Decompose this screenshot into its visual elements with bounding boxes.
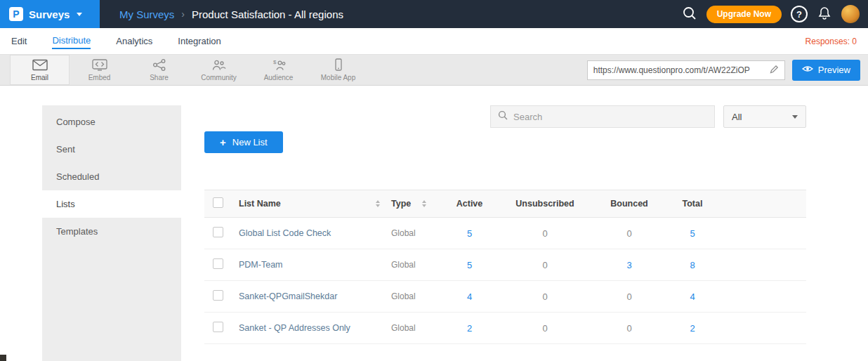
active-count[interactable]: 2	[447, 323, 492, 334]
app-window: P Surveys My Surveys › Product Satisfact…	[0, 0, 868, 361]
sidebar-item-lists[interactable]: Lists	[42, 190, 181, 218]
questionpro-logo-icon: P	[9, 7, 23, 21]
breadcrumb-separator: ›	[181, 8, 185, 20]
survey-nav-tabs: Edit Distribute Analytics Integration Re…	[0, 28, 868, 55]
list-search-box	[490, 105, 715, 128]
select-all-checkbox[interactable]	[213, 197, 223, 208]
bounced-count[interactable]: 3	[598, 260, 661, 270]
list-filters: All	[204, 105, 806, 128]
breadcrumb-my-surveys[interactable]: My Surveys	[119, 8, 174, 20]
tab-analytics[interactable]: Analytics	[116, 34, 152, 48]
row-checkbox[interactable]	[213, 322, 223, 332]
list-type-filter[interactable]: All	[723, 105, 806, 128]
header-list-name[interactable]: List Name	[239, 199, 281, 209]
header-type[interactable]: Type	[391, 199, 411, 209]
share-icon	[152, 59, 166, 72]
sort-icon[interactable]	[422, 200, 426, 207]
product-label: Surveys	[29, 8, 70, 20]
toolbar-item-label: Share	[150, 74, 169, 81]
tab-edit[interactable]: Edit	[11, 34, 27, 48]
list-name-link[interactable]: Global List Code Check	[239, 228, 331, 238]
email-icon	[32, 59, 48, 72]
sidebar-item-compose[interactable]: Compose	[42, 108, 181, 136]
toolbar-item-share[interactable]: Share	[129, 55, 189, 85]
mobile-app-icon	[331, 58, 346, 72]
toolbar-item-audience[interactable]: $ Audience	[249, 55, 308, 85]
upgrade-now-button[interactable]: Upgrade Now	[706, 6, 782, 23]
header-total: Total	[661, 199, 724, 209]
header-bounced: Bounced	[598, 199, 661, 209]
active-count[interactable]: 4	[447, 291, 492, 302]
bounced-count: 0	[598, 291, 661, 302]
search-icon	[682, 6, 697, 23]
new-list-label: New List	[232, 137, 268, 147]
preview-button[interactable]: Preview	[792, 60, 860, 81]
total-count[interactable]: 2	[661, 323, 724, 334]
responses-count[interactable]: Responses: 0	[805, 37, 857, 46]
list-type: Global	[391, 260, 416, 270]
active-count[interactable]: 5	[447, 228, 492, 239]
sidebar-item-sent[interactable]: Sent	[42, 136, 181, 163]
chat-widget-fragment	[0, 355, 6, 361]
table-row: Global List Code Check Global 5 0 0 5	[204, 218, 806, 249]
toolbar-item-embed[interactable]: Embed	[70, 55, 129, 85]
new-list-button[interactable]: + New List	[204, 131, 283, 153]
tab-distribute[interactable]: Distribute	[52, 33, 91, 49]
chevron-down-icon	[77, 13, 82, 16]
cut-off-icon	[501, 357, 518, 361]
survey-url-input[interactable]	[593, 65, 765, 75]
row-checkbox[interactable]	[213, 290, 223, 301]
lists-panel: All + New List List Name Type	[181, 105, 806, 361]
table-row: Sanket - QP Addresses Only Global 2 0 0 …	[204, 313, 806, 344]
email-sidebar: Compose Sent Scheduled Lists Templates	[42, 105, 181, 361]
toolbar-right: Preview	[587, 55, 868, 85]
table-row: PDM-Team Global 5 0 3 8	[204, 249, 806, 281]
toolbar-item-label: Mobile App	[321, 74, 355, 81]
row-checkbox[interactable]	[213, 258, 223, 269]
plus-icon: +	[220, 137, 226, 147]
tab-integration[interactable]: Integration	[178, 34, 221, 48]
total-count[interactable]: 8	[661, 260, 724, 270]
list-name-link[interactable]: Sanket-QPGmailShekdar	[239, 291, 337, 301]
breadcrumb: My Surveys › Product Satisfaction - All …	[119, 8, 343, 20]
list-name-link[interactable]: PDM-Team	[239, 260, 283, 270]
help-button[interactable]: ?	[791, 6, 808, 22]
header-unsubscribed: Unsubscribed	[492, 199, 598, 209]
list-type: Global	[391, 323, 416, 333]
total-count[interactable]: 5	[661, 228, 724, 239]
community-icon	[211, 59, 227, 72]
table-row: Sanket-QPGmailShekdar Global 4 0 0 4	[204, 281, 806, 313]
content-area: Compose Sent Scheduled Lists Templates A…	[0, 86, 868, 361]
survey-url-box	[587, 60, 785, 80]
toolbar-item-label: Community	[201, 74, 237, 81]
list-name-link[interactable]: Sanket - QP Addresses Only	[239, 323, 350, 333]
edit-pencil-icon[interactable]	[770, 64, 779, 77]
toolbar-item-email[interactable]: Email	[10, 55, 70, 85]
topbar-actions: Upgrade Now ?	[682, 5, 868, 23]
question-mark-icon: ?	[796, 9, 802, 20]
sort-icon[interactable]	[376, 200, 380, 207]
notifications-button[interactable]	[817, 6, 832, 23]
active-count[interactable]: 5	[447, 260, 492, 270]
toolbar-item-label: Audience	[264, 74, 294, 81]
search-icon	[498, 110, 508, 123]
bell-icon	[817, 6, 832, 23]
bounced-count: 0	[598, 323, 661, 334]
product-switcher[interactable]: P Surveys	[0, 0, 100, 28]
lists-table: List Name Type Active Unsubscribed Bounc…	[204, 190, 806, 344]
distribute-toolbar: Email Embed Share Community $ Audience	[0, 55, 868, 86]
table-header-row: List Name Type Active Unsubscribed Bounc…	[204, 190, 806, 218]
eye-icon	[802, 65, 813, 75]
toolbar-item-community[interactable]: Community	[189, 55, 249, 85]
row-checkbox[interactable]	[213, 227, 223, 237]
sidebar-item-scheduled[interactable]: Scheduled	[42, 163, 181, 190]
sidebar-item-templates[interactable]: Templates	[42, 218, 181, 245]
list-search-input[interactable]	[513, 112, 707, 122]
unsubscribed-count: 0	[492, 291, 598, 302]
user-avatar[interactable]	[841, 5, 860, 23]
search-button[interactable]	[682, 6, 697, 23]
total-count[interactable]: 4	[661, 291, 724, 302]
toolbar-item-mobile-app[interactable]: Mobile App	[308, 55, 368, 85]
unsubscribed-count: 0	[492, 228, 598, 239]
survey-title: Product Satisfaction - All regions	[192, 8, 343, 20]
